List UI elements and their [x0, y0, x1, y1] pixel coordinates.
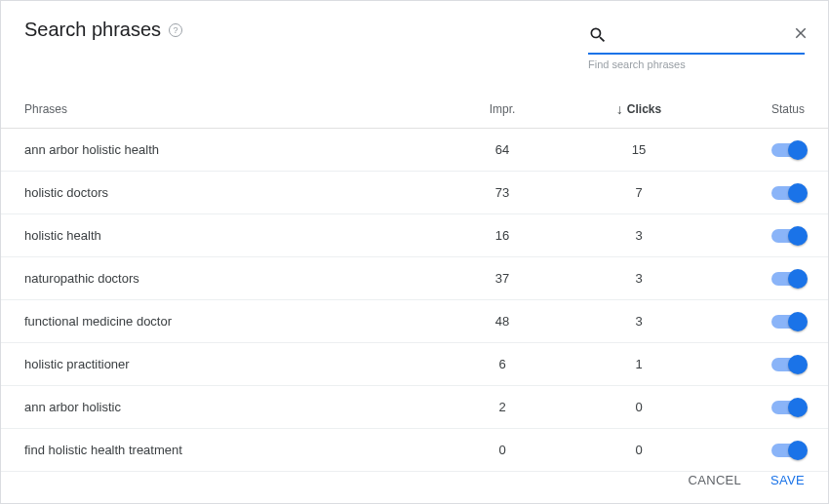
- cell-impr: 37: [454, 271, 551, 286]
- status-toggle[interactable]: [771, 358, 805, 371]
- cell-clicks: 7: [551, 185, 727, 200]
- search-input-wrapper[interactable]: [588, 19, 805, 55]
- column-header-clicks[interactable]: ↓ Clicks: [551, 102, 727, 116]
- table-row: ann arbor holistic health6415: [1, 129, 828, 172]
- cell-clicks: 15: [551, 142, 727, 157]
- cell-impr: 48: [454, 314, 551, 329]
- cell-phrase: naturopathic doctors: [24, 271, 454, 286]
- status-toggle[interactable]: [771, 272, 805, 286]
- table-row: holistic practitioner61: [1, 343, 828, 386]
- page-title: Search phrases: [24, 19, 161, 41]
- status-toggle[interactable]: [771, 229, 805, 243]
- cell-clicks: 3: [551, 271, 727, 286]
- status-toggle[interactable]: [771, 143, 805, 157]
- cell-status: [727, 143, 805, 157]
- cell-status: [727, 358, 805, 371]
- column-header-clicks-label: Clicks: [627, 102, 661, 116]
- cell-impr: 64: [454, 142, 551, 157]
- status-toggle[interactable]: [771, 186, 805, 200]
- cell-impr: 16: [454, 228, 551, 243]
- cell-phrase: functional medicine doctor: [24, 314, 454, 329]
- table-row: naturopathic doctors373: [1, 257, 828, 300]
- cell-phrase: ann arbor holistic health: [24, 142, 454, 157]
- cell-phrase: holistic practitioner: [24, 357, 454, 371]
- cell-status: [727, 186, 805, 200]
- cell-impr: 0: [454, 443, 551, 457]
- status-toggle[interactable]: [771, 315, 805, 329]
- column-header-status: Status: [727, 102, 805, 116]
- cell-impr: 2: [454, 400, 551, 414]
- phrases-table: Phrases Impr. ↓ Clicks Status ann arbor …: [1, 90, 828, 472]
- cell-phrase: holistic health: [24, 228, 454, 243]
- column-header-impr[interactable]: Impr.: [454, 102, 551, 116]
- search-helper-text: Find search phrases: [588, 58, 805, 70]
- search-input[interactable]: [608, 27, 790, 43]
- cell-clicks: 1: [551, 357, 727, 371]
- table-row: holistic doctors737: [1, 172, 828, 214]
- table-header: Phrases Impr. ↓ Clicks Status: [1, 90, 828, 129]
- save-button[interactable]: SAVE: [767, 467, 809, 493]
- column-header-phrases[interactable]: Phrases: [24, 102, 454, 116]
- search-icon: [588, 25, 608, 45]
- table-row: ann arbor holistic20: [1, 386, 828, 429]
- status-toggle[interactable]: [771, 444, 805, 457]
- cell-status: [727, 229, 805, 243]
- cancel-button[interactable]: CANCEL: [685, 467, 746, 493]
- sort-arrow-down-icon: ↓: [616, 102, 623, 116]
- cell-clicks: 0: [551, 400, 727, 414]
- status-toggle[interactable]: [771, 401, 805, 414]
- cell-phrase: holistic doctors: [24, 185, 454, 200]
- cell-status: [727, 401, 805, 414]
- cell-status: [727, 272, 805, 286]
- table-row: functional medicine doctor483: [1, 300, 828, 343]
- help-icon[interactable]: ?: [169, 23, 182, 37]
- cell-clicks: 3: [551, 314, 727, 329]
- cell-phrase: find holistic health treatment: [24, 443, 454, 457]
- cell-clicks: 3: [551, 228, 727, 243]
- cell-status: [727, 315, 805, 329]
- table-row: holistic health163: [1, 214, 828, 257]
- cell-phrase: ann arbor holistic: [24, 400, 454, 414]
- cell-impr: 73: [454, 185, 551, 200]
- cell-status: [727, 444, 805, 457]
- cell-impr: 6: [454, 357, 551, 371]
- cell-clicks: 0: [551, 443, 727, 457]
- close-icon[interactable]: [790, 22, 811, 47]
